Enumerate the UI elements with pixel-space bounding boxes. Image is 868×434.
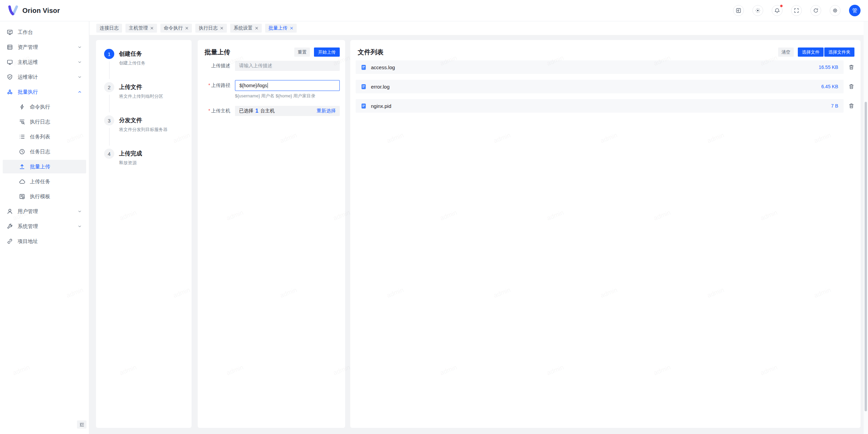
notification-dot	[780, 4, 783, 7]
sidebar-item-task-list[interactable]: 任务列表	[3, 130, 86, 144]
app-logo: Orion Visor	[7, 5, 60, 16]
reset-button[interactable]: 重置	[294, 48, 310, 57]
tab-command-exec[interactable]: 命令执行	[160, 24, 192, 33]
file-list-panel: 文件列表 清空 选择文件 选择文件夹 access.log 16.55 KB	[350, 40, 861, 428]
file-size: 16.55 KB	[818, 64, 838, 70]
code-window-button[interactable]	[733, 5, 744, 16]
selected-hosts-field: 已选择 1 台主机 重新选择	[235, 106, 340, 116]
link-icon	[7, 238, 13, 244]
fullscreen-button[interactable]	[791, 5, 802, 16]
sidebar-item-batch-execution[interactable]: 批量执行	[3, 85, 86, 99]
file-name: nginx.pid	[371, 103, 391, 109]
file-name: error.log	[371, 84, 390, 90]
sidebar-item-host-ops[interactable]: 主机运维	[3, 55, 86, 69]
sidebar-item-system-management[interactable]: 系统管理	[3, 220, 86, 233]
sidebar-item-exec-log[interactable]: 执行日志	[3, 115, 86, 129]
page-scrollbar-thumb[interactable]	[865, 102, 867, 411]
sidebar-item-workbench[interactable]: 工作台	[3, 25, 86, 39]
upload-path-help: ${username} 用户名 ${home} 用户家目录	[235, 93, 340, 99]
sidebar-item-project-url[interactable]: 项目地址	[3, 234, 86, 248]
upload-hosts-label: 上传主机	[198, 108, 230, 114]
sidebar-item-asset-management[interactable]: 资产管理	[3, 40, 86, 54]
sidebar-item-label: 资产管理	[18, 44, 38, 51]
user-avatar[interactable]: 管	[849, 5, 861, 16]
reselect-hosts-link[interactable]: 重新选择	[317, 108, 336, 114]
tab-host-management[interactable]: 主机管理	[125, 24, 157, 33]
tab-system-settings[interactable]: 系统设置	[230, 24, 262, 33]
sidebar-item-batch-upload[interactable]: 批量上传	[3, 160, 86, 173]
delete-file-button[interactable]	[848, 64, 854, 70]
code-window-icon	[736, 8, 741, 13]
tab-label: 主机管理	[129, 25, 148, 31]
file-size: 6.45 KB	[821, 84, 838, 89]
close-icon[interactable]	[185, 26, 189, 30]
hosts-selected-count: 1	[255, 108, 258, 114]
sidebar-item-upload-task[interactable]: 上传任务	[3, 175, 86, 188]
sidebar-item-task-log[interactable]: 任务日志	[3, 145, 86, 158]
upload-hosts-row: 上传主机 已选择 1 台主机 重新选择	[198, 106, 340, 116]
sidebar-item-label: 批量执行	[18, 89, 38, 95]
sidebar-item-label: 任务日志	[30, 149, 50, 155]
sidebar-item-label: 项目地址	[18, 238, 38, 245]
list-icon	[19, 134, 25, 140]
sidebar-item-user-management[interactable]: 用户管理	[3, 205, 86, 218]
upload-description-input[interactable]: 请输入上传描述	[235, 61, 340, 71]
close-icon[interactable]	[150, 26, 154, 30]
page-scrollbar-track	[864, 21, 868, 434]
clear-files-button[interactable]: 清空	[778, 48, 794, 57]
text-caret	[268, 83, 268, 88]
file-row-wrap: access.log 16.55 KB	[356, 60, 854, 74]
template-icon	[19, 193, 25, 200]
tab-exec-log[interactable]: 执行日志	[195, 24, 227, 33]
step-number: 3	[104, 115, 114, 126]
chevron-down-icon	[77, 45, 82, 50]
bell-icon	[774, 8, 780, 13]
theme-toggle-button[interactable]	[752, 5, 763, 16]
sidebar-item-command-exec[interactable]: 命令执行	[3, 100, 86, 114]
file-icon	[360, 83, 367, 90]
chevron-down-icon	[77, 60, 82, 64]
delete-file-button[interactable]	[848, 83, 854, 90]
upload-path-input[interactable]: ${home}/logs	[235, 80, 340, 91]
sidebar-item-label: 用户管理	[18, 208, 38, 215]
step-title: 上传文件	[119, 84, 142, 90]
sidebar-item-label: 上传任务	[30, 178, 50, 185]
tab-connection-log[interactable]: 连接日志	[96, 24, 122, 33]
step-number: 1	[104, 49, 114, 59]
sidebar-item-label: 运维审计	[18, 74, 38, 80]
sidebar-item-label: 系统管理	[18, 223, 38, 230]
input-value: ${home}/logs	[239, 83, 267, 88]
step-connector	[109, 95, 110, 112]
step-number: 2	[104, 82, 114, 92]
panel-title: 文件列表	[358, 48, 383, 57]
settings-button[interactable]	[830, 5, 841, 16]
hosts-selected-suffix: 台主机	[260, 108, 275, 114]
tab-label: 连接日志	[100, 25, 119, 31]
batch-upload-panel: 批量上传 重置 开始上传 上传描述 请输入上传描述 上传路径 ${home}/l…	[198, 40, 345, 428]
select-folder-button[interactable]: 选择文件夹	[824, 48, 854, 57]
file-name: access.log	[371, 64, 395, 70]
tab-batch-upload[interactable]: 批量上传	[265, 24, 297, 33]
sidebar-item-label: 任务列表	[30, 134, 50, 140]
delete-file-button[interactable]	[848, 103, 854, 109]
cluster-icon	[7, 89, 13, 95]
refresh-button[interactable]	[810, 5, 821, 16]
file-row: access.log 16.55 KB	[356, 60, 844, 74]
close-icon[interactable]	[290, 26, 293, 30]
sidebar-item-ops-audit[interactable]: 运维审计	[3, 70, 86, 84]
notifications-button[interactable]	[772, 5, 783, 16]
close-icon[interactable]	[255, 26, 258, 30]
asset-icon	[7, 44, 13, 50]
step-description: 将文件分发到目标服务器	[119, 127, 167, 133]
sidebar-item-label: 批量上传	[30, 164, 50, 170]
fullscreen-icon	[794, 8, 799, 13]
gear-icon	[832, 8, 838, 13]
close-icon[interactable]	[220, 26, 223, 30]
logo-icon	[7, 5, 19, 16]
start-upload-button[interactable]: 开始上传	[314, 48, 340, 57]
step-create-task: 1 创建任务 创建上传任务	[104, 49, 183, 82]
clock-icon	[19, 149, 25, 155]
sidebar-item-exec-template[interactable]: 执行模板	[3, 190, 86, 203]
select-file-button[interactable]: 选择文件	[798, 48, 824, 57]
sidebar-collapse-button[interactable]	[77, 420, 86, 429]
